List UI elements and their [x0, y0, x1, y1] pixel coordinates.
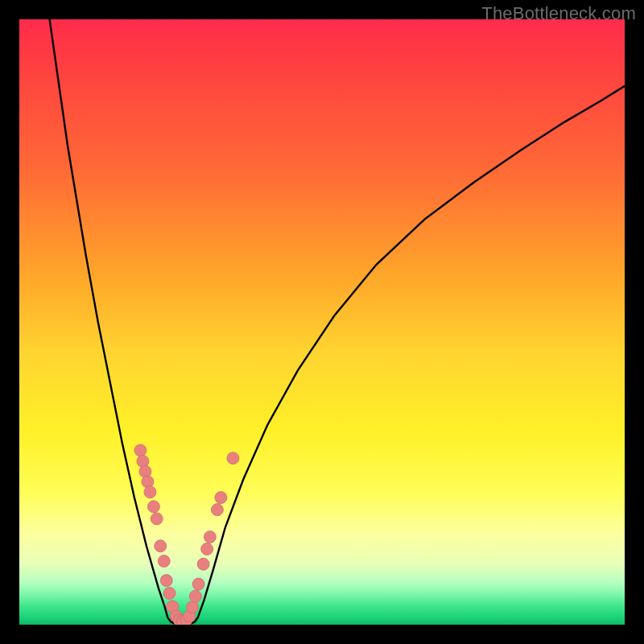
- watermark-text: TheBottleneck.com: [481, 3, 636, 24]
- plot-area: [19, 19, 625, 625]
- sample-dot: [158, 555, 170, 568]
- sample-dot: [211, 504, 223, 516]
- sample-dot: [204, 530, 216, 543]
- sample-dot: [192, 578, 204, 590]
- sample-dot: [160, 575, 172, 587]
- sample-dot: [155, 540, 167, 552]
- sample-dot: [144, 486, 156, 498]
- sample-dot: [134, 444, 147, 456]
- sample-dot: [163, 587, 175, 599]
- sample-dot: [201, 543, 213, 555]
- sample-dot: [227, 452, 239, 464]
- bottleneck-curve-layer: [19, 19, 625, 625]
- sample-dot: [147, 501, 159, 513]
- outer-frame: TheBottleneck.com: [0, 0, 644, 644]
- sample-dot: [187, 601, 199, 613]
- sample-dot: [151, 513, 163, 525]
- sample-dot: [189, 590, 201, 602]
- bottleneck-curve: [50, 19, 625, 624]
- sample-dot: [215, 492, 227, 504]
- sample-dot: [197, 558, 209, 570]
